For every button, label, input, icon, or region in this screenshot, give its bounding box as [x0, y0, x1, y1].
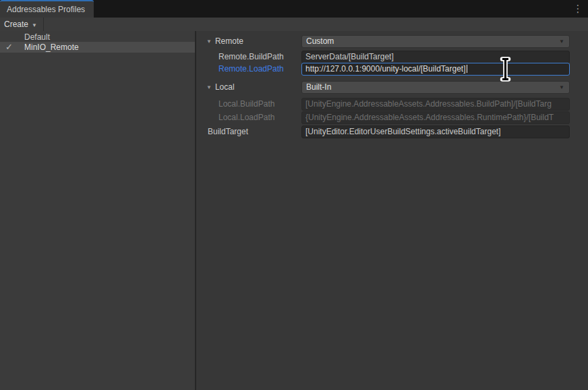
local-profile-type-value: Built-In — [306, 82, 331, 92]
chevron-down-icon: ▼ — [32, 22, 37, 28]
local-buildpath-input: [UnityEngine.AddressableAssets.Addressab… — [301, 98, 570, 111]
text-caret — [467, 65, 467, 73]
create-button[interactable]: Create ▼ — [0, 18, 44, 31]
profile-name: Default — [24, 32, 50, 43]
profile-inspector: ▼ Remote Custom ▼ Remote.BuildPath Serve… — [196, 31, 588, 390]
addressables-profiles-window: Addressables Profiles ⋮ Create ▼ Default… — [0, 0, 588, 390]
tab-addressables-profiles[interactable]: Addressables Profiles — [0, 0, 94, 18]
foldout-open-icon: ▼ — [206, 81, 212, 94]
local-buildpath-value: [UnityEngine.AddressableAssets.Addressab… — [305, 99, 552, 109]
local-profile-type-dropdown[interactable]: Built-In ▼ — [301, 81, 570, 94]
local-buildpath-row: Local.BuildPath [UnityEngine.Addressable… — [196, 98, 588, 111]
toolbar: Create ▼ — [0, 18, 588, 31]
local-loadpath-value: {UnityEngine.AddressableAssets.Addressab… — [305, 113, 554, 122]
local-loadpath-input: {UnityEngine.AddressableAssets.Addressab… — [301, 111, 570, 124]
local-buildpath-label: Local.BuildPath — [218, 98, 274, 111]
list-item-minio-remote[interactable]: ✓ MinIO_Remote — [0, 42, 196, 53]
remote-buildpath-value: ServerData/[BuildTarget] — [305, 52, 394, 61]
remote-foldout[interactable]: ▼ Remote — [206, 35, 243, 48]
tab-bar: Addressables Profiles ⋮ — [0, 0, 588, 18]
dropdown-arrow-icon: ▼ — [559, 38, 564, 45]
buildtarget-value: [UnityEditor.EditorUserBuildSettings.act… — [305, 127, 500, 136]
remote-loadpath-input[interactable]: http://127.0.0.1:9000/unity-local/[Build… — [301, 63, 570, 76]
local-loadpath-row: Local.LoadPath {UnityEngine.AddressableA… — [196, 111, 588, 124]
local-section-row: ▼ Local Built-In ▼ — [196, 81, 588, 94]
tab-title: Addressables Profiles — [7, 5, 85, 14]
remote-loadpath-label: Remote.LoadPath — [218, 63, 284, 76]
create-button-label: Create — [4, 20, 28, 29]
profile-name: MinIO_Remote — [24, 42, 79, 53]
remote-profile-type-value: Custom — [306, 36, 334, 46]
local-section-label: Local — [215, 81, 235, 94]
profiles-list: Default ✓ MinIO_Remote — [0, 31, 196, 390]
remote-buildpath-input[interactable]: ServerData/[BuildTarget] — [301, 51, 570, 63]
overflow-menu-icon[interactable]: ⋮ — [572, 2, 584, 16]
local-loadpath-label: Local.LoadPath — [218, 111, 274, 124]
foldout-open-icon: ▼ — [206, 35, 212, 48]
list-item-default[interactable]: Default — [0, 32, 196, 43]
buildtarget-row: BuildTarget [UnityEditor.EditorUserBuild… — [196, 126, 588, 138]
remote-section-label: Remote — [215, 35, 243, 48]
local-foldout[interactable]: ▼ Local — [206, 81, 235, 94]
remote-loadpath-row: Remote.LoadPath http://127.0.0.1:9000/un… — [196, 63, 588, 76]
remote-buildpath-row: Remote.BuildPath ServerData/[BuildTarget… — [196, 51, 588, 63]
remote-loadpath-value: http://127.0.0.1:9000/unity-local/[Build… — [305, 64, 466, 74]
remote-profile-type-dropdown[interactable]: Custom ▼ — [301, 35, 570, 48]
buildtarget-label: BuildTarget — [208, 126, 248, 138]
dropdown-arrow-icon: ▼ — [559, 84, 564, 91]
checkmark-icon: ✓ — [5, 42, 19, 53]
buildtarget-input[interactable]: [UnityEditor.EditorUserBuildSettings.act… — [301, 126, 570, 138]
remote-section-row: ▼ Remote Custom ▼ — [196, 35, 588, 48]
remote-buildpath-label: Remote.BuildPath — [218, 51, 284, 63]
